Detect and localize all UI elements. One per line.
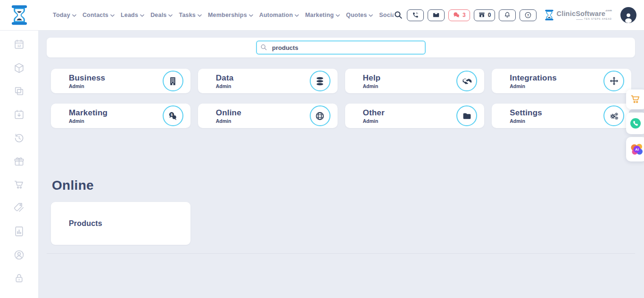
arrows-move-icon xyxy=(603,71,624,91)
menu-social-media[interactable]: Social Media xyxy=(379,12,394,18)
ai-widget-button[interactable]: AI xyxy=(626,137,644,161)
menu-automation[interactable]: Automation xyxy=(259,12,299,18)
database-icon xyxy=(310,71,330,91)
copy-icon[interactable] xyxy=(0,80,38,103)
cart-icon xyxy=(630,94,641,105)
chevron-down-icon xyxy=(336,14,340,17)
category-subtitle: Admin xyxy=(69,118,163,124)
phone-icon xyxy=(412,11,419,19)
ai-icon: AI xyxy=(630,142,644,156)
account-icon[interactable] xyxy=(0,243,38,266)
menu-label: Memberships xyxy=(208,12,247,18)
category-card-marketing[interactable]: MarketingAdmin $ xyxy=(51,104,190,128)
menu-contacts[interactable]: Contacts xyxy=(83,12,115,18)
chevron-down-icon xyxy=(72,14,76,17)
result-label: Products xyxy=(69,219,102,228)
comments-dollar-icon: $ xyxy=(163,105,183,126)
gift-icon[interactable] xyxy=(0,150,38,173)
notifications-button[interactable] xyxy=(499,9,516,21)
search-icon[interactable] xyxy=(394,10,403,20)
category-subtitle: Admin xyxy=(216,83,310,89)
menu-label: Quotes xyxy=(346,12,367,18)
search-input[interactable] xyxy=(256,40,426,55)
inbox-button[interactable] xyxy=(428,9,445,21)
svg-text:?: ? xyxy=(527,13,529,17)
building-icon xyxy=(163,71,183,91)
svg-text:AI: AI xyxy=(635,147,639,152)
user-avatar[interactable] xyxy=(620,7,636,23)
category-title: Marketing xyxy=(69,108,163,118)
category-subtitle: Admin xyxy=(363,83,457,89)
clinicsoftware-logo-icon xyxy=(544,9,554,21)
chevron-down-icon xyxy=(140,14,144,17)
globe-icon xyxy=(310,105,330,126)
chevron-down-icon xyxy=(295,14,299,17)
menu-memberships[interactable]: Memberships xyxy=(208,12,253,18)
category-subtitle: Admin xyxy=(216,118,310,124)
menu-leads[interactable]: Leads xyxy=(121,12,144,18)
result-card-products[interactable]: Products xyxy=(51,202,190,245)
chat-notifications-button[interactable]: 3 xyxy=(448,9,470,21)
menu-label: Marketing xyxy=(305,12,334,18)
category-card-settings[interactable]: SettingsAdmin xyxy=(492,104,631,128)
whatsapp-widget-button[interactable] xyxy=(626,113,644,134)
cart-widget-button[interactable] xyxy=(626,89,644,109)
brand-tagline: TEN STEPS AHEAD xyxy=(556,18,612,21)
cube-icon[interactable] xyxy=(0,56,38,80)
chevron-down-icon xyxy=(369,14,373,17)
calendar-import-icon[interactable] xyxy=(0,103,38,127)
clinicsoftware-brand[interactable]: ClinicSoftware.com TEN STEPS AHEAD xyxy=(544,9,612,21)
storefront-icon xyxy=(478,11,486,19)
category-subtitle: Admin xyxy=(69,83,163,89)
lock-icon[interactable] xyxy=(0,266,38,290)
report-icon[interactable] xyxy=(0,220,38,243)
brand-tld: .com xyxy=(605,9,612,12)
menu-deals[interactable]: Deals xyxy=(150,12,173,18)
category-title: Other xyxy=(363,108,457,118)
category-title: Settings xyxy=(510,108,603,118)
gears-icon xyxy=(603,105,624,126)
bell-icon xyxy=(504,11,511,19)
menu-label: Deals xyxy=(150,12,166,18)
folder-icon xyxy=(456,105,477,126)
search-field-wrap xyxy=(256,40,426,55)
question-icon: ? xyxy=(524,11,532,19)
menu-tasks[interactable]: Tasks xyxy=(179,12,202,18)
menu-quotes[interactable]: Quotes xyxy=(346,12,373,18)
category-title: Integrations xyxy=(510,73,603,83)
brand-name: ClinicSoftware.com xyxy=(556,10,612,17)
history-icon[interactable] xyxy=(0,126,38,150)
help-button[interactable]: ? xyxy=(520,9,537,21)
category-card-business[interactable]: BusinessAdmin xyxy=(51,69,190,93)
search-toolbar xyxy=(47,38,635,57)
category-card-integrations[interactable]: IntegrationsAdmin xyxy=(492,69,631,93)
calendar-icon[interactable]: 12 xyxy=(0,33,38,56)
shop-button[interactable]: 0 xyxy=(474,9,495,21)
handshake-icon xyxy=(456,71,477,91)
cart-icon[interactable] xyxy=(0,173,38,197)
category-card-online[interactable]: OnlineAdmin xyxy=(198,104,338,128)
category-card-data[interactable]: DataAdmin xyxy=(198,69,338,93)
category-subtitle: Admin xyxy=(510,118,603,124)
chat-count-badge: 3 xyxy=(462,12,466,18)
menu-marketing[interactable]: Marketing xyxy=(305,12,340,18)
menu-label: Contacts xyxy=(83,12,108,18)
category-title: Business xyxy=(69,73,163,83)
chevron-down-icon xyxy=(249,14,253,17)
phone-button[interactable] xyxy=(407,9,424,21)
svg-text:12: 12 xyxy=(17,44,21,48)
shop-count-badge: 0 xyxy=(488,12,491,18)
menu-label: Automation xyxy=(259,12,293,18)
category-subtitle: Admin xyxy=(363,118,457,124)
tags-icon[interactable] xyxy=(0,196,38,220)
results-grid: Products xyxy=(51,202,631,245)
menu-today[interactable]: Today xyxy=(53,12,76,18)
category-card-help[interactable]: HelpAdmin xyxy=(345,69,485,93)
person-icon xyxy=(622,11,635,23)
menu-label: Social Media xyxy=(379,12,394,18)
main-content: BusinessAdmin DataAdmin HelpAdmin Integr… xyxy=(38,30,644,298)
chevron-down-icon xyxy=(168,14,173,17)
main-menu: Today Contacts Leads Deals Tasks Members… xyxy=(53,12,394,18)
clinicsoftware-logo-icon[interactable] xyxy=(9,5,29,25)
category-card-other[interactable]: OtherAdmin xyxy=(345,104,485,128)
